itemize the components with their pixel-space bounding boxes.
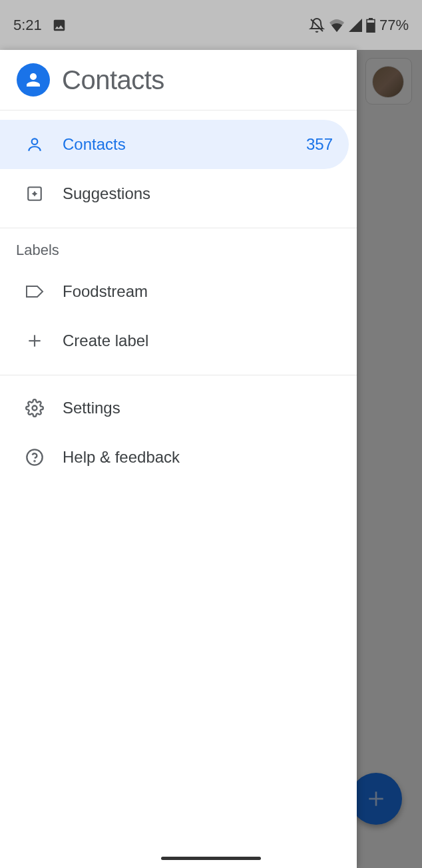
svg-rect-3: [367, 23, 375, 33]
battery-percentage: 77%: [379, 17, 409, 34]
nav-item-suggestions[interactable]: Suggestions: [0, 169, 357, 218]
nav-item-label: Suggestions: [63, 184, 341, 203]
label-item-label: Foodstream: [63, 282, 341, 301]
navigation-drawer: Contacts Contacts 357 Suggestions La: [0, 50, 357, 868]
svg-point-6: [32, 138, 38, 144]
svg-point-10: [33, 406, 37, 411]
drawer-title: Contacts: [62, 65, 164, 95]
create-label-label: Create label: [63, 331, 341, 350]
nav-item-count: 357: [306, 135, 333, 154]
help-label: Help & feedback: [63, 448, 341, 467]
drawer-header: Contacts: [0, 50, 357, 110]
drawer-main-section: Contacts 357 Suggestions: [0, 110, 357, 218]
dnd-bell-off-icon: [309, 17, 325, 33]
gear-icon: [25, 399, 44, 417]
settings-label: Settings: [63, 399, 341, 417]
create-label-button[interactable]: Create label: [0, 316, 357, 365]
help-circle-icon: [25, 448, 44, 467]
nav-item-help[interactable]: Help & feedback: [0, 433, 357, 482]
person-icon: [25, 135, 44, 154]
nav-item-contacts[interactable]: Contacts 357: [0, 120, 349, 169]
svg-point-12: [34, 461, 35, 461]
status-left: 5:21: [13, 17, 67, 34]
plus-icon: [25, 331, 44, 350]
label-icon: [25, 282, 44, 301]
contacts-logo-icon: [17, 63, 50, 97]
labels-section-header: Labels: [0, 228, 357, 267]
label-item-foodstream[interactable]: Foodstream: [0, 267, 357, 316]
home-indicator[interactable]: [161, 857, 261, 860]
nav-item-settings[interactable]: Settings: [0, 383, 357, 433]
status-right: 77%: [309, 17, 409, 34]
sparkle-box-icon: [25, 184, 44, 203]
picture-notification-icon: [52, 18, 67, 33]
cellular-signal-icon: [349, 19, 362, 32]
status-time: 5:21: [13, 17, 42, 34]
nav-item-label: Contacts: [63, 135, 288, 154]
wifi-icon: [329, 19, 345, 32]
status-bar: 5:21: [0, 0, 422, 50]
battery-icon: [366, 18, 375, 33]
